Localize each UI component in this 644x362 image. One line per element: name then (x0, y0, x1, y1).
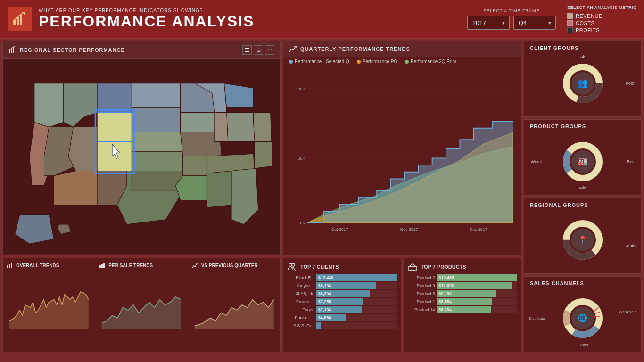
svg-marker-33 (207, 171, 231, 207)
product-row-1: Product 9 $11,690 (408, 282, 518, 289)
product-value-4: $8,394 (439, 307, 452, 312)
timeframe-block: Select a Time Frame 2017 2016 Q4 Q3 Q2 Q… (467, 8, 556, 30)
quarterly-chart-svg-container: 100K 50K 0K Oct 2017 Nov 2017 Dec 2017 (289, 68, 515, 244)
trends-icon (289, 45, 297, 53)
map-toolbar-menu[interactable]: ☰ (242, 45, 252, 55)
svg-text:Dec 2017: Dec 2017 (470, 227, 487, 232)
client-row-1: Amylin ... $9,193 (287, 282, 397, 289)
us-map-svg[interactable] (3, 59, 280, 254)
svg-rect-73 (7, 265, 8, 268)
svg-marker-31 (227, 113, 256, 142)
top7-clients-header: Top 7 Clients (287, 262, 397, 272)
sales-channels-title: Sales Channels (528, 280, 584, 286)
legend-label-green: Performance 2Q Prior (411, 59, 456, 64)
client-bar-1: $9,193 (316, 282, 397, 289)
svg-marker-14 (68, 127, 98, 171)
top7-clients-panel: Top 7 Clients Exact-R... $12,438 Amylin … (283, 258, 401, 352)
quarterly-chart-area: Performance - Selected Q Performance PQ … (283, 57, 521, 252)
svg-marker-76 (9, 292, 89, 329)
regional-groups-title: Regional Groups (528, 202, 588, 208)
client-fill-6 (316, 322, 321, 329)
svg-text:50K: 50K (298, 156, 305, 161)
legend-dot-orange (357, 60, 361, 64)
quarter-select-wrapper[interactable]: Q4 Q3 Q2 Q1 (513, 16, 556, 30)
svg-text:🌐: 🌐 (578, 313, 587, 322)
svg-marker-7 (34, 83, 64, 127)
legend-selected-q: Performance - Selected Q (289, 59, 349, 64)
svg-marker-20 (132, 132, 182, 151)
year-select[interactable]: 2017 2016 (467, 16, 510, 30)
product-label-0: Product 2 (408, 275, 435, 280)
svg-point-82 (289, 263, 292, 266)
product-row-3: Product 1 $8,554 (408, 298, 518, 305)
top7-clients-title: Top 7 Clients (300, 264, 339, 270)
metric-revenue[interactable]: Revenue (567, 13, 636, 19)
svg-point-83 (292, 263, 295, 266)
product-row-4: Product 14 $8,394 (408, 306, 518, 313)
client-bar-0: $12,438 (316, 274, 397, 281)
metric-profits[interactable]: Profits (567, 27, 636, 33)
svg-marker-19 (132, 107, 180, 132)
svg-rect-75 (11, 263, 12, 268)
vs-prev-section: VS Previous Quarter (188, 258, 280, 352)
svg-marker-25 (132, 171, 182, 190)
map-toolbar-expand[interactable]: ⊡ (254, 45, 263, 55)
product-label-3: Product 1 (408, 299, 435, 304)
overall-trends-icon (7, 262, 13, 269)
product-mid-label: Mid (579, 186, 586, 190)
client-value-5: $4,586 (318, 315, 331, 320)
quarterly-trends-panel: Quarterly Performance Trends Performance… (283, 41, 521, 255)
product-bar-3: $8,554 (437, 298, 518, 305)
top7-products-header: Top 7 Products (408, 262, 518, 272)
regional-groups-donut: South 📍 (528, 211, 637, 270)
profits-checkbox[interactable] (567, 27, 573, 33)
vs-prev-label: VS Previous Quarter (201, 263, 258, 268)
year-select-wrapper[interactable]: 2017 2016 (467, 16, 510, 30)
header-title: Performance Analysis (39, 13, 467, 30)
legend-dot-blue (289, 60, 293, 64)
map-toolbar-more[interactable]: ⋯ (265, 45, 274, 55)
svg-rect-2 (20, 14, 22, 25)
vs-prev-svg (192, 271, 276, 339)
map-panel: Regional Sector Performance ☰ ⊡ ⋯ (2, 41, 281, 255)
svg-rect-78 (101, 264, 103, 268)
client-label-4: Trigen (287, 307, 314, 312)
svg-rect-1 (17, 17, 19, 25)
client-label-3: Procter ... (287, 299, 314, 304)
product-bar-1: $11,690 (437, 282, 518, 289)
quarterly-chart-svg: 100K 50K 0K Oct 2017 Nov 2017 Dec 2017 (289, 68, 515, 244)
client-bar-5: $4,586 (316, 314, 397, 321)
product-value-3: $8,554 (439, 299, 452, 304)
product-label-4: Product 14 (408, 307, 435, 312)
overall-trends-section: Overall Trends (3, 258, 95, 352)
client-poor-label: Poor (626, 81, 635, 86)
product-worst-label: Worst (531, 159, 542, 164)
top7-products-title: Top 7 Products (421, 264, 466, 270)
product-bar-2: $9,193 (437, 290, 518, 297)
client-donut-svg: 👥 (561, 62, 604, 105)
svg-point-87 (413, 270, 415, 272)
legend-label-blue: Performance - Selected Q (295, 59, 349, 64)
product-value-0: $12,438 (439, 275, 454, 280)
timeframe-label: Select a Time Frame (467, 8, 556, 13)
metric-costs[interactable]: Costs (567, 20, 636, 26)
svg-rect-5 (13, 47, 14, 53)
map-chart-icon (8, 46, 16, 54)
revenue-checkbox[interactable] (567, 13, 573, 19)
legend-label-orange: Performance PQ (363, 59, 397, 64)
map-panel-header: Regional Sector Performance ☰ ⊡ ⋯ (3, 41, 280, 59)
client-value-0: $12,438 (318, 275, 334, 280)
svg-marker-21 (132, 151, 182, 171)
per-sale-trends-title: Per Sale Trends (99, 262, 183, 269)
svg-text:0K: 0K (300, 221, 305, 225)
quarter-select[interactable]: Q4 Q3 Q2 Q1 (513, 16, 556, 30)
right-column: Client Groups 0k Poor 👥 Product Groups W… (524, 41, 642, 352)
product-value-1: $11,690 (439, 283, 454, 288)
map-panel-title: Regional Sector Performance (20, 47, 125, 53)
svg-text:🏭: 🏭 (578, 157, 587, 166)
products-icon (408, 262, 417, 272)
product-row-2: Product 5 $9,193 (408, 290, 518, 297)
sales-channels-panel: Sales Channels Distributor Wholesale Exp… (524, 276, 642, 352)
bottom-middle: Top 7 Clients Exact-R... $12,438 Amylin … (283, 258, 521, 352)
costs-checkbox[interactable] (567, 20, 573, 26)
